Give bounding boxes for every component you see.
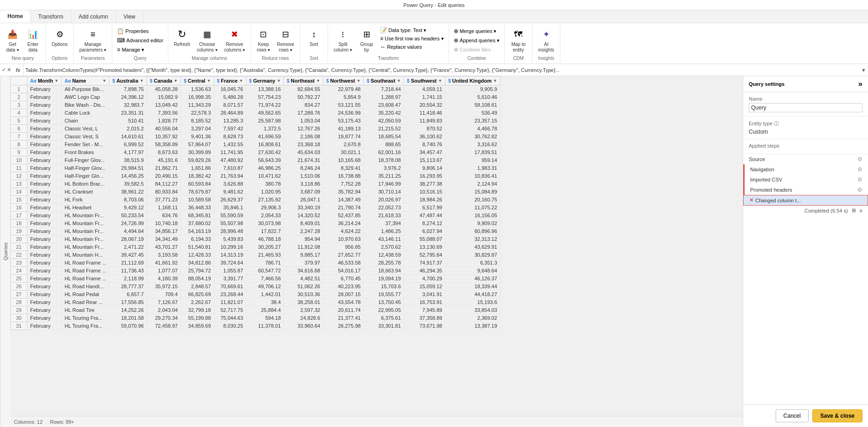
save-close-button[interactable]: Save & close [812,409,862,422]
choose-columns-button[interactable]: ▦ Choosecolumns ▾ [194,26,220,55]
applied-step-source[interactable]: Source⚙ [743,154,868,164]
cell-name: HL Road Pedal [62,291,109,298]
applied-step-promoted-headers[interactable]: Promoted headers⚙ [743,185,868,195]
name-dropdown-icon[interactable]: ▼ [102,78,106,83]
cell-value: 57,864.07 [181,141,214,149]
advanced-editor-button[interactable]: ⌨ Advanced editor [115,36,165,45]
map-to-entity-button[interactable]: 🗺 Map toentity [508,26,528,55]
cell-value: 956.85 [323,243,364,251]
ai-insights-button[interactable]: ✦ AIinsights [536,26,557,55]
enter-data-button[interactable]: 📊 Enterdata [23,26,43,55]
month-dropdown-icon[interactable]: ▼ [54,78,58,83]
step-gear-icon[interactable]: ⚙ [857,156,862,162]
cell-month: February [27,156,62,164]
get-data-button[interactable]: 📥 Getdata ▾ [3,26,22,55]
manage-button[interactable]: ≡ Manage ▾ [115,45,146,54]
col-header-united-kingdom[interactable]: $ United Kingdom ▼ [445,77,500,85]
cell-value: 4,466.78 [445,125,500,133]
group-by-button[interactable]: ⊞ Groupby [357,26,376,55]
tab-add-column[interactable]: Add column [71,10,116,23]
cell-value: 47,480.92 [214,156,246,164]
status-bar: Columns: 12 Rows: 99+ [10,416,743,427]
tab-transform[interactable]: Transform [31,10,71,23]
tab-view[interactable]: View [116,10,143,23]
remove-rows-button[interactable]: ⊟ Removerows ▾ [274,26,297,55]
list-view-icon[interactable]: ≡ [860,208,862,214]
southwest-dropdown-icon[interactable]: ▼ [438,78,442,83]
data-type-button[interactable]: 📝 Data type: Text ▾ [378,26,446,34]
split-column-button[interactable]: ⫶ Splitcolumn ▾ [331,26,355,55]
step-gear-icon[interactable]: ⚙ [857,166,862,173]
step-label: Changed column t... [755,198,801,203]
col-header-france[interactable]: $ France ▼ [214,77,246,85]
northeast-dropdown-icon[interactable]: ▼ [316,78,320,83]
uk-dropdown-icon[interactable]: ▼ [493,78,497,83]
applied-step-imported-csv[interactable]: Imported CSV⚙ [743,175,868,185]
cell-value: 26,275.98 [323,322,364,330]
cell-value: 11,343.29 [181,101,214,109]
col-header-germany[interactable]: $ Germany ▼ [246,77,284,85]
options-button[interactable]: ⚙ Options [49,26,70,49]
col-header-southwest[interactable]: $ Southwest ▼ [404,77,445,85]
southeast-dropdown-icon[interactable]: ▼ [397,78,401,83]
australia-dropdown-icon[interactable]: ▼ [140,78,144,83]
cell-value: 28,067.19 [109,235,147,243]
table-row: 6FebruaryClassic Vest, L2,015.240,556.04… [11,125,501,133]
germany-dropdown-icon[interactable]: ▼ [276,78,281,83]
properties-button[interactable]: 📋 Properties [115,27,150,35]
col-header-month[interactable]: Aα Month ▼ [27,77,62,85]
cell-value: 36,448.33 [181,204,214,212]
cell-value: 26,629.37 [214,196,246,204]
replace-values-label: Replace values [387,44,422,50]
use-first-row-button[interactable]: ≡ Use first row as headers ▾ [378,34,446,43]
replace-values-button[interactable]: ↔ Replace values [378,43,446,51]
col-header-northwest[interactable]: $ Northwest ▼ [323,77,364,85]
cell-value: 2,247.28 [284,227,323,235]
manage-parameters-button[interactable]: ≡ Manageparameters ▾ [77,26,109,55]
cancel-button[interactable]: Cancel [776,409,809,422]
cell-value: 5,486.28 [214,93,246,101]
cell-value: 7,218.44 [364,85,404,93]
col-header-canada[interactable]: $ Canada ▼ [147,77,180,85]
applied-step-navigation[interactable]: Navigation⚙ [743,164,868,175]
query-settings-collapse-icon[interactable]: » [858,80,862,88]
france-dropdown-icon[interactable]: ▼ [239,78,243,83]
cell-month: February [27,196,62,204]
queries-sidebar[interactable]: Queries [0,76,10,427]
append-queries-button[interactable]: ⊕ Append queries ▾ [452,36,502,45]
col-header-central[interactable]: $ Central ▼ [181,77,214,85]
cell-value: 38,258.01 [284,298,323,306]
choose-columns-label: Choosecolumns ▾ [197,42,218,53]
cell-value: 35,972.15 [147,283,180,291]
step-gear-icon[interactable]: ⚙ [857,176,862,183]
formula-x-icon[interactable]: ✕ [7,67,11,73]
canada-dropdown-icon[interactable]: ▼ [174,78,178,83]
col-header-northeast[interactable]: $ Northeast ▼ [284,77,323,85]
sort-button[interactable]: ↕ Sort [304,26,324,49]
step-x-icon[interactable]: ✕ [749,197,753,203]
col-header-southeast[interactable]: $ Southeast ▼ [364,77,404,85]
col-header-australia[interactable]: $ Australia ▼ [109,77,147,85]
applied-step-changed-column-t[interactable]: ✕Changed column t... [743,195,868,206]
remove-columns-button[interactable]: ✖ Removecolumns ▾ [221,26,248,55]
cell-value: 7,597.42 [214,125,246,133]
col-header-name[interactable]: Aα Name ▼ [62,77,109,85]
refresh-button[interactable]: ↻ Refresh [171,26,193,49]
row-number: 7 [11,133,27,141]
data-grid-container[interactable]: Aα Month ▼ Aα Name ▼ [10,76,743,416]
northwest-dropdown-icon[interactable]: ▼ [356,78,360,83]
name-value[interactable]: Query [749,103,862,112]
grid-view-icon[interactable]: ⊞ [852,207,856,214]
cell-value: 28,777.37 [109,283,147,291]
cell-value: 8,628.73 [214,133,246,141]
merge-queries-button[interactable]: ⊕ Merge queries ▾ [452,27,498,35]
keep-rows-button[interactable]: ⊡ Keeprows ▾ [254,26,273,55]
central-dropdown-icon[interactable]: ▼ [207,78,211,83]
cell-value: 30,762.82 [445,133,500,141]
tab-bar: Home Transform Add column View [0,10,868,23]
formula-expand-icon[interactable]: ▼ [861,67,866,73]
cell-value: 594.18 [246,314,284,322]
tab-home[interactable]: Home [0,10,31,23]
formula-check-icon[interactable]: ✓ [2,67,6,73]
step-gear-icon[interactable]: ⚙ [857,187,862,193]
